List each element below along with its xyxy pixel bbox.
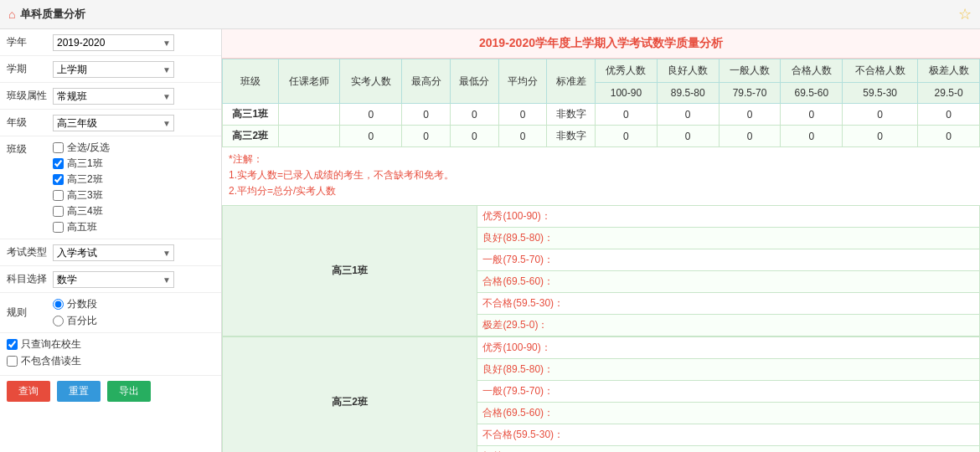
table-cell: 0 [719,126,781,147]
content-area: 2019-2020学年度上学期入学考试数学质量分析 班级 任课老师 实考人数 最… [222,29,980,452]
th-pass: 合格人数 [781,59,843,83]
class-item-4[interactable]: 高三4班 [53,204,214,218]
detail-item-label: 极差(29.5-0)： [477,315,980,336]
detail-item-label: 良好(89.5-80)： [477,228,980,249]
rule-score-label: 分数段 [67,297,97,311]
home-icon: ⌂ [8,8,15,21]
no-borrow-item[interactable]: 不包含借读生 [7,354,214,368]
header-title: ⌂ 单科质量分析 [8,7,85,22]
table-cell: 高三1班 [223,104,279,126]
th-class: 班级 [223,59,279,104]
table-cell: 0 [918,104,980,126]
rule-percent-label: 百分比 [67,314,97,328]
detail-item-label: 不合格(59.5-30)： [477,424,980,446]
data-table: 班级 任课老师 实考人数 最高分 最低分 平均分 标准差 优秀人数 良好人数 一… [222,59,980,147]
grade-select[interactable]: 高一年级 高二年级 高三年级 [53,115,174,131]
class-checkbox-3[interactable] [53,190,64,201]
notes-title: *注解： [229,152,973,167]
table-cell: 非数字 [547,104,596,126]
table-row: 高三2班0000非数字000000 [223,126,980,147]
table-row: 高三1班0000非数字000000 [223,104,980,126]
grade-control: 高一年级 高二年级 高三年级 ▼ [53,115,214,131]
th-avg: 平均分 [498,59,547,104]
grade-select-wrapper: 高一年级 高二年级 高三年级 ▼ [53,115,174,131]
th-excellent: 优秀人数 [596,59,658,83]
class-checkbox-1[interactable] [53,158,64,169]
detail-item-label: 合格(69.5-60)： [477,403,980,424]
exam-type-select[interactable]: 入学考试 月考 期中考试 期末考试 [53,244,174,261]
subject-select-wrapper: 语文 数学 英语 ▼ [53,271,174,288]
class-type-control: 常规班 重点班 ▼ [53,88,214,105]
class-type-select[interactable]: 常规班 重点班 [53,88,174,105]
detail-item-label: 良好(89.5-80)： [477,359,980,381]
rule-label: 规则 [7,306,53,320]
table-cell: 0 [719,104,781,126]
detail-class-label: 高三2班 [223,337,477,453]
table-cell: 0 [596,104,658,126]
class-item-5[interactable]: 高五班 [53,220,214,234]
detail-item-label: 优秀(100-90)： [477,206,980,228]
export-button[interactable]: 导出 [107,381,151,402]
table-cell: 0 [340,104,402,126]
table-cell: 0 [657,104,719,126]
rule-score-item[interactable]: 分数段 [53,297,214,311]
term-label: 学期 [7,62,53,76]
table-cell [278,104,340,126]
th-fail: 不合格人数 [843,59,918,83]
on-campus-checkbox[interactable] [7,339,18,350]
table-header-row: 班级 任课老师 实考人数 最高分 最低分 平均分 标准差 优秀人数 良好人数 一… [223,59,980,83]
exam-type-control: 入学考试 月考 期中考试 期末考试 ▼ [53,244,214,261]
detail-item-label: 一般(79.5-70)： [477,249,980,271]
table-cell: 0 [781,104,843,126]
academic-year-select[interactable]: 2019-2020 2018-2019 [53,34,174,51]
table-cell: 0 [498,104,547,126]
reset-button[interactable]: 重置 [57,381,101,402]
select-all-checkbox[interactable] [53,142,64,153]
detail-sections: 高三1班优秀(100-90)：良好(89.5-80)：一般(79.5-70)：合… [222,205,980,452]
table-cell: 高三2班 [223,126,279,147]
star-icon[interactable]: ☆ [958,5,972,23]
notes-line2: 2.平均分=总分/实考人数 [229,184,973,198]
class-name-1: 高三1班 [67,157,103,171]
class-item-1[interactable]: 高三1班 [53,157,214,171]
main-layout: 学年 2019-2020 2018-2019 ▼ 学期 [0,29,980,452]
subject-select[interactable]: 语文 数学 英语 [53,271,174,288]
app-container: ⌂ 单科质量分析 ☆ 学年 2019-2020 2018-2019 ▼ [0,0,980,452]
class-checkbox-2[interactable] [53,174,64,185]
subject-label: 科目选择 [7,272,53,286]
no-borrow-label: 不包含借读生 [21,354,81,368]
rule-percent-radio[interactable] [53,316,64,326]
rule-row: 规则 分数段 百分比 [0,293,221,333]
select-all-item[interactable]: 全选/反选 [53,141,214,155]
class-item-2[interactable]: 高三2班 [53,172,214,187]
no-borrow-checkbox[interactable] [7,356,18,367]
th-normal-range: 79.5-70 [719,83,781,104]
class-checkbox-5[interactable] [53,222,64,233]
rule-score-radio[interactable] [53,299,64,310]
detail-item-label: 一般(79.5-70)： [477,381,980,403]
class-name-2: 高三2班 [67,172,103,187]
th-teacher: 任课老师 [278,59,340,104]
table-cell: 0 [340,126,402,147]
table-cell: 0 [498,126,547,147]
term-select[interactable]: 上学期 下学期 [53,61,174,78]
th-std: 标准差 [547,59,596,104]
table-cell: 0 [402,126,451,147]
detail-table: 高三2班优秀(100-90)：良好(89.5-80)：一般(79.5-70)：合… [222,336,980,452]
class-item-3[interactable]: 高三3班 [53,188,214,203]
on-campus-item[interactable]: 只查询在校生 [7,337,214,352]
grade-row: 年级 高一年级 高二年级 高三年级 ▼ [0,110,221,136]
table-cell: 0 [657,126,719,147]
exam-type-row: 考试类型 入学考试 月考 期中考试 期末考试 ▼ [0,239,221,266]
detail-item-label: 极差(29.5-0)： [477,446,980,453]
detail-row: 高三2班优秀(100-90)： [223,337,980,359]
class-checkbox-4[interactable] [53,206,64,217]
table-cell: 0 [596,126,658,147]
term-row: 学期 上学期 下学期 ▼ [0,56,221,83]
detail-table: 高三1班优秀(100-90)：良好(89.5-80)：一般(79.5-70)：合… [222,205,980,336]
query-button[interactable]: 查询 [7,381,50,402]
detail-row: 高三1班优秀(100-90)： [223,206,980,228]
rule-percent-item[interactable]: 百分比 [53,314,214,328]
th-actual: 实考人数 [340,59,402,104]
class-row: 班级 全选/反选 高三1班 高三2班 [0,136,221,239]
